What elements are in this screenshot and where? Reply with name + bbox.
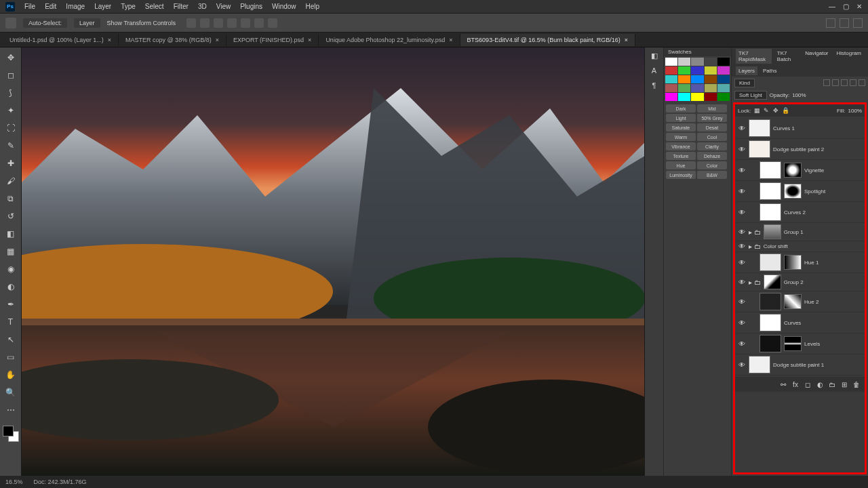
layer-row[interactable]: 👁Curves 2 [735,202,865,223]
swatch[interactable] [678,75,690,83]
close-tab-icon[interactable]: × [108,37,111,43]
folder-icon[interactable]: ▸ 🗀 [749,228,761,236]
menu-filter[interactable]: Filter [174,3,189,10]
layer-name[interactable]: Group 2 [784,279,862,285]
home-icon[interactable] [5,18,16,28]
paths-tab[interactable]: Paths [760,66,779,75]
layer-thumbnail[interactable] [764,274,781,289]
layer-row[interactable]: 👁Vignette [735,160,865,181]
tab-doc-3[interactable]: EXPORT (FINISHED).psd× [226,34,319,46]
crop-tool[interactable]: ⛶ [3,121,18,136]
menu-window[interactable]: Window [272,3,296,10]
layer-name[interactable]: Vignette [804,167,862,174]
swatch[interactable] [665,58,677,66]
swatch[interactable] [705,75,717,83]
layer-mask-thumbnail[interactable] [784,163,802,178]
folder-icon[interactable]: ▸ 🗀 [749,279,761,286]
layer-mask-thumbnail[interactable] [784,184,802,199]
layer-mask-thumbnail[interactable] [784,336,802,351]
tab-doc-4[interactable]: Unique Adobe Photoshop 22_luminosity.psd… [319,34,460,46]
visibility-icon[interactable]: 👁 [738,125,746,132]
layer-name[interactable]: Group 1 [784,229,862,235]
move-tool[interactable]: ✥ [3,50,18,65]
close-icon[interactable]: ✕ [856,3,863,10]
layer-row[interactable]: 👁Curves 1 [735,118,865,139]
brush-tool[interactable]: 🖌 [3,174,18,188]
shape-tool[interactable]: ▭ [3,350,18,365]
wand-tool[interactable]: ✦ [3,103,18,118]
action-button[interactable]: Saturate [666,123,696,131]
layer-thumbnail[interactable] [760,293,781,310]
visibility-icon[interactable]: 👁 [738,319,746,327]
swatch[interactable] [665,93,677,101]
tab-doc-2[interactable]: MASTER copy @ 38% (RGB/8)× [119,34,226,46]
align-left-icon[interactable] [186,18,196,28]
layer-row[interactable]: 👁▸ 🗀Group 1 [735,223,865,241]
menu-3d[interactable]: 3D [198,3,207,10]
action-button[interactable]: Mid [697,104,727,113]
layer-thumbnail[interactable] [760,161,781,179]
layer-name[interactable]: Hue 1 [804,260,862,266]
close-tab-icon[interactable]: × [308,37,311,43]
auto-select-toggle[interactable]: Auto-Select: [23,18,67,28]
opacity-value[interactable]: 100% [792,92,806,98]
menu-edit[interactable]: Edit [45,3,56,10]
layer-thumbnail[interactable] [764,224,781,239]
blur-tool[interactable]: ◉ [3,262,18,277]
swatch[interactable] [717,93,730,101]
layers-tab[interactable]: Layers [736,66,757,75]
lasso-tool[interactable]: ⟆ [3,85,18,100]
menu-file[interactable]: File [24,3,35,10]
menu-image[interactable]: Image [66,3,85,10]
layer-thumbnail[interactable] [760,335,781,352]
layer-name[interactable]: Curves 2 [784,209,862,216]
tab-rapidmask[interactable]: TK7 RapidMask [736,49,772,64]
action-button[interactable]: Color [697,161,727,169]
layer-name[interactable]: Curves [784,320,862,326]
tab-doc-1[interactable]: Untitled-1.psd @ 100% (Layer 1...)× [3,34,119,46]
swatch[interactable] [665,75,677,83]
layer-row[interactable]: 👁Levels [735,333,865,354]
delete-layer-icon[interactable]: 🗑 [852,380,861,388]
action-button[interactable]: Dark [666,104,696,113]
close-tab-icon[interactable]: × [216,37,219,43]
layer-mask-icon[interactable]: ◻ [804,380,812,388]
menu-select[interactable]: Select [145,3,164,10]
filter-smart-icon[interactable] [859,79,865,86]
visibility-icon[interactable]: 👁 [738,209,746,216]
action-button[interactable]: Cool [697,133,727,141]
layer-name[interactable]: Color shift [764,243,862,249]
layer-row[interactable]: 👁Dodge subtile paint 1 [735,354,865,375]
stamp-tool[interactable]: ⧉ [3,191,18,206]
maximize-icon[interactable]: ▢ [842,3,849,10]
layer-name[interactable]: Dodge subtile paint 2 [773,146,862,152]
swatch[interactable] [691,93,703,101]
layer-thumbnail[interactable] [749,119,770,137]
align-center-icon[interactable] [200,18,210,28]
history-brush-tool[interactable]: ↺ [3,209,18,224]
search-icon[interactable] [840,18,849,28]
adjustment-layer-icon[interactable]: ◐ [816,380,824,388]
filter-adjust-icon[interactable] [832,79,839,86]
swatch[interactable] [705,66,717,75]
link-layers-icon[interactable]: ⚯ [779,380,787,388]
path-tool[interactable]: ↖ [3,332,18,347]
layer-name[interactable]: Spotlight [804,188,862,195]
visibility-icon[interactable]: 👁 [738,188,746,195]
marquee-tool[interactable]: ◻ [3,68,18,83]
swatch[interactable] [678,58,690,66]
canvas-area[interactable] [22,47,644,476]
layer-thumbnail[interactable] [760,253,781,271]
swatch[interactable] [678,66,690,75]
zoom-level[interactable]: 16.5% [5,479,23,485]
menu-type[interactable]: Type [121,3,136,10]
swatch[interactable] [717,58,730,66]
action-button[interactable]: Dehaze [697,152,727,160]
visibility-icon[interactable]: 👁 [738,167,746,174]
gradient-tool[interactable]: ▦ [3,244,18,259]
action-button[interactable]: Clarity [697,142,727,150]
layer-name[interactable]: Dodge subtile paint 1 [773,362,862,368]
layer-fx-icon[interactable]: fx [791,380,800,388]
align-bottom-icon[interactable] [254,18,264,28]
swatch[interactable] [717,84,730,92]
